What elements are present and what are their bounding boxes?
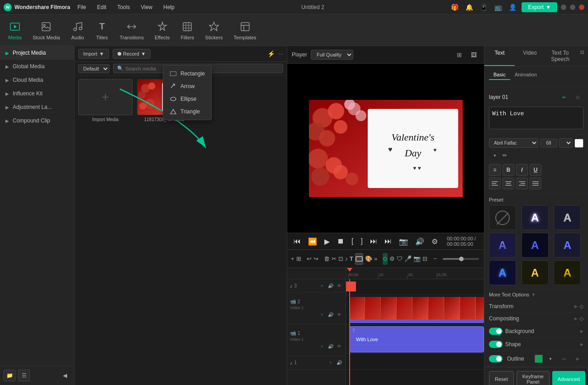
tl-delete-btn[interactable]: 🗑	[324, 253, 330, 265]
tool-titles[interactable]: T Titles	[91, 18, 114, 43]
quality-select[interactable]: Full Quality	[311, 50, 353, 60]
outline-color-arrow[interactable]: ▼	[545, 353, 556, 365]
outline-reset-btn[interactable]: ↩	[558, 353, 570, 365]
minimize-button[interactable]	[561, 5, 566, 10]
import-button[interactable]: Import ▼	[78, 49, 109, 59]
shape-row[interactable]: Shape ▶	[484, 338, 588, 351]
text-color-swatch[interactable]	[574, 139, 583, 148]
prev-frame-btn[interactable]: ⏮	[292, 236, 303, 246]
preset-1[interactable]: A	[522, 205, 549, 230]
filter-btn[interactable]: ⚡	[267, 50, 275, 57]
tl-add-track-btn[interactable]: ⊞	[296, 253, 301, 265]
close-button[interactable]	[579, 5, 584, 10]
export-button[interactable]: Export ▼	[522, 2, 557, 12]
import-media-thumb[interactable]: +	[78, 79, 133, 115]
tool-transitions[interactable]: Transitions	[115, 18, 148, 43]
more-options-btn[interactable]: ···	[279, 51, 283, 57]
gift-icon[interactable]: 🎁	[449, 2, 460, 13]
transform-row[interactable]: Transform ▶ ◇	[484, 300, 588, 313]
compositing-row[interactable]: Compositing ▶ ◇	[484, 313, 588, 325]
tab-video[interactable]: Video	[515, 46, 545, 66]
tl-redo-btn[interactable]: ↪	[313, 253, 318, 265]
preview-grid-btn[interactable]: ⊞	[453, 49, 465, 61]
color-dropdown-btn[interactable]: ▼	[489, 150, 501, 161]
align-col-btn[interactable]: ≡	[489, 164, 501, 176]
new-folder-btn[interactable]: 📁	[4, 370, 15, 381]
import-media-item[interactable]: + Import Media	[78, 79, 133, 122]
tl-undo-btn[interactable]: ↩	[307, 253, 312, 265]
tl-mic-btn[interactable]: 🎤	[404, 253, 412, 265]
v2-vol-btn[interactable]: 🔊	[327, 311, 334, 318]
sidebar-item-adjustment-layer[interactable]: ▶ Adjustment La...	[0, 100, 74, 114]
preview-image-btn[interactable]: 🖼	[468, 49, 479, 61]
align-justify-btn[interactable]	[530, 178, 541, 189]
tl-add-media-btn[interactable]: +	[291, 253, 294, 265]
tool-filters[interactable]: Filters	[176, 18, 199, 43]
sidebar-item-global-media[interactable]: ▶ Global Media	[0, 60, 74, 73]
v1-eye-btn[interactable]: 👁	[336, 343, 343, 350]
more-text-options-row[interactable]: More Text Options ▼	[484, 289, 588, 300]
maximize-button[interactable]	[570, 5, 575, 10]
eyedropper-btn[interactable]: ✏	[503, 152, 507, 159]
tool-stock[interactable]: Stock Media	[28, 18, 65, 43]
mark-in-btn[interactable]: [	[350, 236, 355, 246]
tool-audio[interactable]: Audio	[66, 18, 89, 43]
text-content-area[interactable]: With Love	[489, 107, 583, 129]
menu-tools[interactable]: Tools	[115, 3, 132, 11]
a1-add-btn[interactable]: +	[327, 359, 334, 366]
ba-tab-basic[interactable]: Basic	[489, 70, 510, 80]
sidebar-item-influence-kit[interactable]: ▶ Influence Kit	[0, 87, 74, 100]
preset-3[interactable]: A	[489, 233, 516, 258]
shape-toggle[interactable]	[489, 341, 503, 348]
tool-media[interactable]: Media	[4, 18, 26, 43]
font-size-input[interactable]	[540, 139, 557, 147]
track-3-row[interactable]	[346, 279, 484, 295]
menu-edit[interactable]: Edit	[95, 3, 108, 11]
align-center-btn[interactable]	[503, 178, 514, 189]
background-toggle[interactable]	[489, 328, 503, 335]
underline-btn[interactable]: U	[530, 164, 541, 176]
outline-expand[interactable]: ▶	[572, 353, 583, 365]
phone-icon[interactable]: 📱	[478, 2, 489, 13]
preset-5[interactable]: A	[554, 233, 581, 258]
tl-more-btn[interactable]: »	[374, 253, 377, 265]
tl-cut-btn[interactable]: ✂	[332, 253, 337, 265]
tl-text-btn[interactable]: T	[350, 253, 353, 265]
tool-effects[interactable]: Effects	[150, 18, 174, 43]
with-love-clip[interactable]: With Love T	[349, 326, 484, 352]
zoom-out-btn[interactable]: −	[429, 253, 441, 265]
tab-text[interactable]: Text	[484, 46, 515, 66]
track-3-add-btn[interactable]: +	[318, 282, 326, 290]
preset-4[interactable]: A	[522, 233, 549, 258]
align-left-btn[interactable]	[489, 178, 501, 189]
tl-shield-btn[interactable]: 🛡	[397, 253, 403, 265]
screen-icon[interactable]: 📺	[493, 2, 503, 13]
play-btn[interactable]: ▶	[322, 236, 332, 247]
tl-audio-btn[interactable]: ♪	[345, 253, 348, 265]
tool-stickers[interactable]: Stickers	[200, 18, 227, 43]
right-panel-expand-btn[interactable]: ⊡	[576, 46, 588, 58]
reset-button[interactable]: Reset	[489, 371, 514, 385]
preset-2[interactable]: A	[554, 205, 581, 230]
v2-add-btn[interactable]: +	[318, 311, 326, 318]
tl-camera-btn[interactable]: 📷	[413, 253, 421, 265]
preset-none[interactable]	[489, 205, 516, 230]
tl-snap-btn[interactable]: ⊙	[383, 253, 388, 265]
outline-color-swatch[interactable]	[535, 355, 543, 363]
tl-shape-btn[interactable]	[355, 253, 363, 265]
list-view-btn[interactable]: ☰	[18, 370, 30, 381]
video-1-row[interactable]: With Love T	[346, 324, 484, 354]
outline-toggle[interactable]	[489, 355, 503, 362]
ba-tab-animation[interactable]: Animation	[510, 70, 541, 80]
tab-tts[interactable]: Text To Speech	[545, 46, 575, 66]
sidebar-item-compound-clip[interactable]: ▶ Compound Clip	[0, 114, 74, 127]
record-button[interactable]: Record ▼	[113, 49, 151, 59]
font-family-select[interactable]: Abril Fatfac	[489, 138, 538, 148]
collapse-panel-btn[interactable]: ◀	[59, 370, 71, 381]
menu-file[interactable]: File	[76, 3, 88, 11]
volume-btn[interactable]: 🔊	[413, 236, 426, 247]
v1-add-btn[interactable]: +	[318, 343, 326, 350]
zoom-in-btn[interactable]: +	[481, 253, 484, 265]
tl-settings-btn[interactable]: ⚙	[389, 253, 395, 265]
align-right-btn[interactable]	[516, 178, 528, 189]
